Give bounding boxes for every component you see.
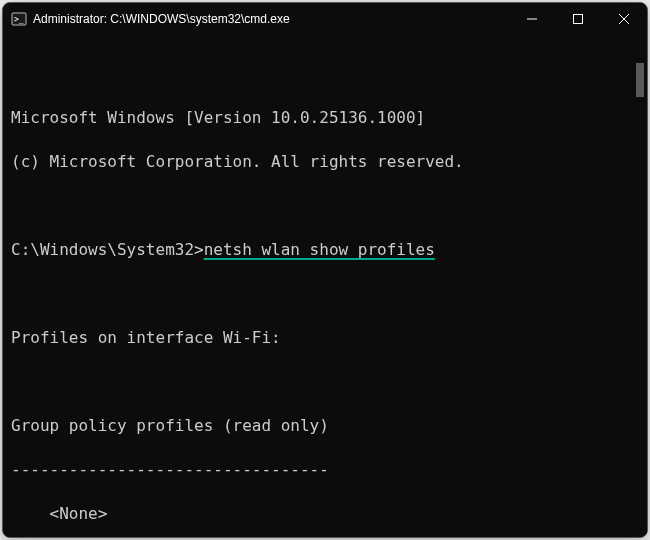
prompt-path: C:\Windows\System32> (11, 240, 204, 259)
blank-line (11, 371, 647, 393)
entered-command: netsh wlan show profiles (204, 240, 435, 259)
title-bar: >_ Administrator: C:\WINDOWS\system32\cm… (3, 3, 647, 35)
svg-text:>_: >_ (14, 15, 24, 24)
section-header: Profiles on interface Wi-Fi: (11, 327, 647, 349)
group-none: <None> (11, 503, 647, 525)
svg-rect-2 (574, 15, 583, 24)
minimize-button[interactable] (509, 3, 555, 35)
close-button[interactable] (601, 3, 647, 35)
scrollbar-track[interactable] (633, 35, 647, 537)
banner-line: Microsoft Windows [Version 10.0.25136.10… (11, 107, 647, 129)
blank-line (11, 195, 647, 217)
prompt-line: C:\Windows\System32>netsh wlan show prof… (11, 239, 647, 261)
minimize-icon (527, 14, 537, 24)
window-title: Administrator: C:\WINDOWS\system32\cmd.e… (33, 12, 509, 26)
banner-line: (c) Microsoft Corporation. All rights re… (11, 151, 647, 173)
terminal-inner: Microsoft Windows [Version 10.0.25136.10… (11, 85, 647, 537)
scrollbar-thumb[interactable] (636, 63, 644, 97)
terminal-output[interactable]: Microsoft Windows [Version 10.0.25136.10… (3, 35, 647, 537)
window-controls (509, 3, 647, 35)
cmd-window: >_ Administrator: C:\WINDOWS\system32\cm… (2, 2, 648, 538)
maximize-icon (573, 14, 583, 24)
cmd-icon: >_ (11, 11, 27, 27)
maximize-button[interactable] (555, 3, 601, 35)
close-icon (619, 14, 629, 24)
divider-line: --------------------------------- (11, 459, 647, 481)
blank-line (11, 283, 647, 305)
group-header: Group policy profiles (read only) (11, 415, 647, 437)
